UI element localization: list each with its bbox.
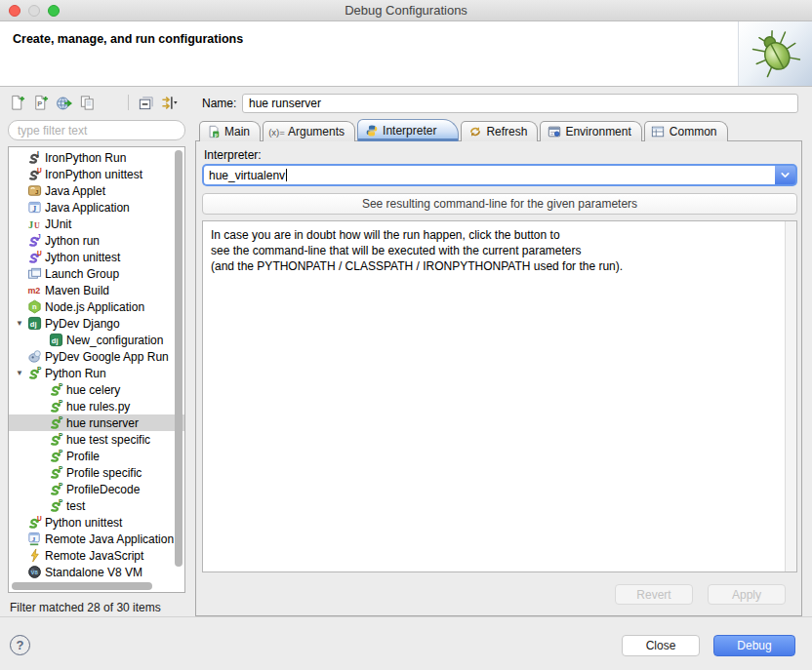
close-button[interactable]: Close [622, 635, 700, 656]
tree-item-label: Python unittest [45, 516, 122, 530]
remote-java-application-icon: J [26, 532, 42, 547]
tab-label: Refresh [486, 125, 527, 138]
text-cursor [286, 169, 287, 181]
export-config-icon[interactable] [55, 94, 73, 112]
tree-item-jython-unittest[interactable]: UJython unittest [9, 249, 184, 265]
duplicate-config-icon[interactable] [78, 94, 97, 112]
debug-button[interactable]: Debug [713, 635, 795, 656]
info-box-scrollbar[interactable] [785, 221, 796, 571]
nodejs-application-icon: n [26, 299, 42, 315]
remote-javascript-icon [26, 548, 42, 564]
banner-title: Create, manage, and run configurations [13, 32, 243, 46]
tree-item-launch-group[interactable]: Launch Group [9, 265, 184, 282]
tree-item-test[interactable]: Ptest [9, 497, 184, 514]
tree-item-label: hue runserver [66, 416, 139, 430]
name-input[interactable] [242, 94, 798, 113]
apply-button[interactable]: Apply [708, 584, 786, 605]
python-run-icon: P [48, 449, 63, 464]
tree-item-hue-rules-py[interactable]: Phue rules.py [9, 398, 184, 414]
svg-text:I: I [36, 150, 38, 157]
refresh-tab-icon [467, 125, 482, 139]
command-line-info-box: In case you are in doubt how will the ru… [202, 220, 797, 572]
tree-item-remote-java-application[interactable]: JRemote Java Application [9, 531, 184, 547]
tree-item-remote-javascript[interactable]: Remote JavaScript [9, 547, 184, 564]
tab-label: Arguments [288, 125, 345, 138]
tab-environment[interactable]: Environment [540, 121, 641, 141]
header-banner: Create, manage, and run configurations [0, 21, 812, 87]
svg-text:m2: m2 [27, 286, 40, 296]
tree-item-java-applet[interactable]: JJava Applet [9, 182, 184, 199]
interpreter-tab-icon [364, 124, 379, 138]
svg-text:U: U [34, 221, 40, 230]
tree-item-ironpython-run[interactable]: IIronPython Run [9, 149, 184, 166]
dialog-footer: ? Close Debug [0, 616, 812, 670]
tree-item-java-application[interactable]: JJava Application [9, 199, 184, 216]
tree-horizontal-scrollbar[interactable] [12, 582, 172, 590]
tab-interpreter[interactable]: Interpreter [357, 119, 459, 141]
help-button[interactable]: ? [10, 635, 30, 655]
tree-item-hue-runserver[interactable]: Phue runserver [9, 414, 184, 431]
tree-vertical-scrollbar[interactable] [175, 150, 183, 579]
tree-item-new-configuration[interactable]: djNew_configuration [9, 332, 184, 348]
tree-item-ironpython-unittest[interactable]: UIronPython unittest [9, 166, 184, 182]
tree-item-label: Python Run [45, 367, 106, 380]
interpreter-combo-field[interactable]: hue_virtualenv [204, 166, 775, 184]
svg-text:P: P [58, 399, 62, 406]
arguments-tab-icon: (x)= [269, 125, 284, 139]
tree-item-python-run[interactable]: ▼PPython Run [9, 365, 184, 381]
see-command-line-button[interactable]: See resulting command-line for the given… [202, 193, 797, 215]
debug-bug-icon [738, 21, 812, 86]
filter-config-icon[interactable] [160, 94, 179, 112]
tree-item-hue-test-specific[interactable]: Phue test specific [9, 431, 184, 448]
tree-item-label: PyDev Django [45, 317, 120, 331]
python-run-icon: P [26, 366, 42, 381]
delete-config-icon[interactable] [102, 94, 120, 112]
main-tab-icon: p [206, 125, 221, 139]
tree-item-maven-build[interactable]: m2Maven Build [9, 282, 184, 298]
new-prototype-icon[interactable]: P [31, 94, 50, 112]
debug-configurations-dialog: Debug Configurations Create, manage, and… [0, 0, 812, 670]
window-title: Debug Configurations [0, 0, 812, 21]
tab-main[interactable]: pMain [199, 121, 261, 141]
tab-arguments[interactable]: (x)=Arguments [263, 121, 355, 141]
tree-item-python-unittest[interactable]: UPython unittest [9, 514, 184, 531]
tree-item-pydev-google-app-run[interactable]: PyDev Google App Run [9, 348, 184, 365]
filter-input[interactable] [8, 120, 185, 140]
python-run-icon: P [48, 415, 63, 431]
svg-text:J: J [31, 535, 35, 543]
tree-item-label: Java Applet [45, 184, 105, 198]
expander-icon[interactable]: ▼ [13, 319, 26, 328]
tree-item-standalone-v8-vm[interactable]: V8Standalone V8 VM [9, 564, 184, 580]
ironpython-unittest-icon: U [26, 167, 42, 182]
tab-refresh[interactable]: Refresh [461, 121, 538, 141]
interpreter-combo[interactable]: hue_virtualenv [202, 164, 797, 186]
tree-item-label: Jython run [45, 234, 100, 248]
tree-item-jython-run[interactable]: JJython run [9, 232, 184, 249]
launch-toolbar: P [8, 93, 179, 112]
new-config-icon[interactable] [8, 94, 26, 112]
tree-item-profiledecode[interactable]: PProfileDecode [9, 481, 184, 497]
tree-item-label: Standalone V8 VM [45, 566, 142, 579]
chevron-down-icon[interactable] [775, 166, 795, 184]
expander-icon[interactable]: ▼ [13, 369, 26, 377]
svg-text:J: J [32, 205, 36, 214]
tab-label: Common [670, 125, 717, 138]
tree-item-label: New_configuration [66, 334, 163, 347]
collapse-all-icon[interactable] [137, 94, 155, 112]
tree-item-pydev-django[interactable]: ▼djPyDev Django [9, 315, 184, 332]
svg-text:U: U [36, 250, 41, 256]
tree-item-hue-celery[interactable]: Phue celery [9, 381, 184, 398]
tab-label: Main [224, 125, 250, 138]
tree-item-profile[interactable]: PProfile [9, 448, 184, 464]
tab-common[interactable]: Common [644, 121, 728, 141]
info-text-line: In case you are in doubt how will the ru… [211, 227, 789, 243]
maven-build-icon: m2 [26, 283, 42, 298]
tree-item-node-js-application[interactable]: nNode.js Application [9, 298, 184, 315]
revert-button[interactable]: Revert [615, 584, 693, 605]
tree-item-profile-specific[interactable]: PProfile specific [9, 464, 184, 481]
tree-item-junit[interactable]: JUJUnit [9, 216, 184, 232]
jython-unittest-icon: U [26, 250, 42, 265]
python-run-icon: P [48, 465, 63, 481]
svg-text:P: P [36, 366, 41, 373]
svg-text:P: P [58, 415, 62, 422]
